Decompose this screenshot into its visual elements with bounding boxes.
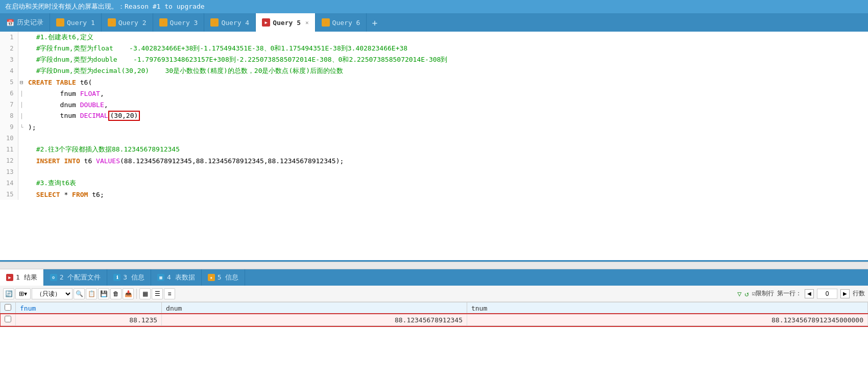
tab-query3[interactable]: 🔸 Query 3: [153, 13, 205, 32]
line-number: 5: [0, 77, 18, 88]
filter-button[interactable]: 🔍: [74, 288, 85, 299]
result-tab-label-2: 2 个配置文件: [60, 273, 101, 282]
tab-label-q5: Query 5: [273, 19, 301, 27]
tab-icon-q4: 🔸: [210, 18, 219, 27]
tab-label-q6: Query 6: [332, 19, 360, 27]
result-tab-4[interactable]: ▦ 4 表数据: [151, 269, 202, 286]
table-row: 13: [0, 166, 868, 177]
grid-button[interactable]: ⊞▾: [15, 288, 31, 299]
tab-query2[interactable]: 🔸 Query 2: [102, 13, 153, 32]
tab-query1[interactable]: 🔸 Query 1: [50, 13, 102, 32]
result-toolbar: 🔄 ⊞▾ （只读） 🔍 📋 💾 🗑 📥 ▦ ☰ ≡ ▽ ↺ ☑限制行 第一行： …: [0, 286, 868, 302]
result-tab-icon-1: ▶: [6, 274, 13, 281]
table-row: 9 └ );: [0, 121, 868, 133]
table-row: 3 #字段dnum,类型为double -1.7976931348623157E…: [0, 54, 868, 65]
fold-gutter: [18, 155, 25, 166]
fold-gutter: [18, 32, 25, 43]
line-number: 11: [0, 144, 18, 155]
history-tab[interactable]: 📅 历史记录: [0, 13, 50, 32]
row-checkbox[interactable]: [5, 316, 11, 322]
tab-query4[interactable]: 🔸 Query 4: [204, 13, 256, 32]
code-cell: );: [25, 121, 868, 133]
limit-checkbox-label[interactable]: ☑限制行: [752, 289, 774, 298]
tab-query6[interactable]: 🔸 Query 6: [316, 13, 367, 32]
fold-gutter: [18, 189, 25, 200]
tab-label-q2: Query 2: [118, 19, 147, 27]
line-number: 10: [0, 133, 18, 144]
result-tab-1[interactable]: ▶ 1 结果: [0, 269, 44, 286]
code-cell: #2.往3个字段都插入数据88.12345678912345: [25, 144, 868, 155]
header-checkbox[interactable]: [1, 302, 16, 314]
result-tab-3[interactable]: ℹ 3 信息: [107, 269, 151, 286]
toolbar-right: ▽ ↺ ☑限制行 第一行： ◀ 0 ▶ 行数: [737, 289, 865, 299]
toolbar-separator: [136, 289, 137, 299]
table-row: 10: [0, 133, 868, 144]
view-list-button[interactable]: ☰: [152, 288, 163, 299]
result-tab-5[interactable]: ★ 5 信息: [202, 269, 246, 286]
view-form-button[interactable]: ≡: [164, 288, 175, 299]
fold-gutter: [18, 65, 25, 77]
editor-scrollbar[interactable]: [0, 262, 868, 269]
table-header-row: fnum dnum tnum: [1, 302, 868, 314]
code-cell: #字段dnum,类型为double -1.7976931348623157E+3…: [25, 54, 868, 65]
fold-gutter: [18, 166, 25, 177]
prev-page-button[interactable]: ◀: [805, 289, 814, 298]
select-all-checkbox[interactable]: [5, 304, 11, 311]
fold-gutter: ⊟: [18, 77, 25, 88]
next-page-button[interactable]: ▶: [840, 289, 850, 298]
fold-gutter: │: [18, 110, 25, 121]
header-dnum[interactable]: dnum: [162, 302, 467, 314]
code-cell: [25, 133, 868, 144]
result-tab-label-5: 5 信息: [218, 273, 239, 282]
main-content: 1 #1.创建表t6,定义 2 #字段fnum,类型为float -3.4028…: [0, 32, 868, 381]
copy-button[interactable]: 📋: [86, 288, 97, 299]
add-tab-button[interactable]: +: [367, 13, 382, 32]
header-fnum[interactable]: fnum: [16, 302, 162, 314]
code-cell: dnum DOUBLE,: [25, 99, 868, 110]
history-label: 历史记录: [17, 18, 43, 27]
code-cell: [25, 166, 868, 177]
cell-dnum: 88.12345678912345: [162, 314, 467, 326]
bottom-panel: ▶ 1 结果 ⚙ 2 个配置文件 ℹ 3 信息 ▦ 4 表数据 ★ 5 信息 🔄: [0, 269, 868, 381]
code-cell: fnum FLOAT,: [25, 88, 868, 99]
top-banner: 在启动和关闭时没有烦人的屏幕出现。：Reason #1 to upgrade: [0, 0, 868, 13]
row-checkbox-cell[interactable]: [1, 314, 16, 326]
cell-tnum: 88.12345678912345000000: [467, 314, 867, 326]
delete-button[interactable]: 🗑: [110, 288, 122, 299]
fold-gutter: [18, 133, 25, 144]
result-tab-2[interactable]: ⚙ 2 个配置文件: [44, 269, 108, 286]
tab-query5[interactable]: ▶ Query 5 ✕: [256, 13, 315, 32]
tab-icon-q3: 🔸: [159, 18, 167, 27]
line-number: 7: [0, 99, 18, 110]
save-button[interactable]: 💾: [98, 288, 109, 299]
code-cell: tnum DECIMAL(30,20): [25, 110, 868, 121]
header-tnum[interactable]: tnum: [467, 302, 867, 314]
first-row-input[interactable]: 0: [817, 289, 837, 299]
first-row-label: 第一行：: [777, 289, 802, 298]
tab-close-q5[interactable]: ✕: [305, 19, 309, 26]
table-row: 8 │ tnum DECIMAL(30,20): [0, 110, 868, 121]
fold-gutter: [18, 144, 25, 155]
fold-gutter: │: [18, 88, 25, 99]
tab-label-q4: Query 4: [221, 19, 249, 27]
plus-icon: +: [372, 17, 377, 28]
table-row: 12 INSERT INTO t6 VALUES(88.123456789123…: [0, 155, 868, 166]
line-number: 3: [0, 54, 18, 65]
cell-fnum: 88.1235: [16, 314, 162, 326]
line-number: 4: [0, 65, 18, 77]
refresh-button[interactable]: 🔄: [3, 288, 14, 299]
view-grid-button[interactable]: ▦: [139, 288, 151, 299]
import-button[interactable]: 📥: [123, 288, 134, 299]
result-tab-label-4: 4 表数据: [167, 273, 195, 282]
line-number: 8: [0, 110, 18, 121]
result-tab-icon-5: ★: [208, 274, 215, 281]
code-table: 1 #1.创建表t6,定义 2 #字段fnum,类型为float -3.4028…: [0, 32, 868, 200]
table-row: 11 #2.往3个字段都插入数据88.12345678912345: [0, 144, 868, 155]
table-row: 1 #1.创建表t6,定义: [0, 32, 868, 43]
code-cell: #3.查询t6表: [25, 177, 868, 189]
row-count-label: 行数: [853, 289, 865, 298]
tab-icon-q2: 🔸: [108, 18, 116, 27]
line-number: 13: [0, 166, 18, 177]
mode-select[interactable]: （只读）: [32, 288, 73, 299]
editor-area[interactable]: 1 #1.创建表t6,定义 2 #字段fnum,类型为float -3.4028…: [0, 32, 868, 262]
